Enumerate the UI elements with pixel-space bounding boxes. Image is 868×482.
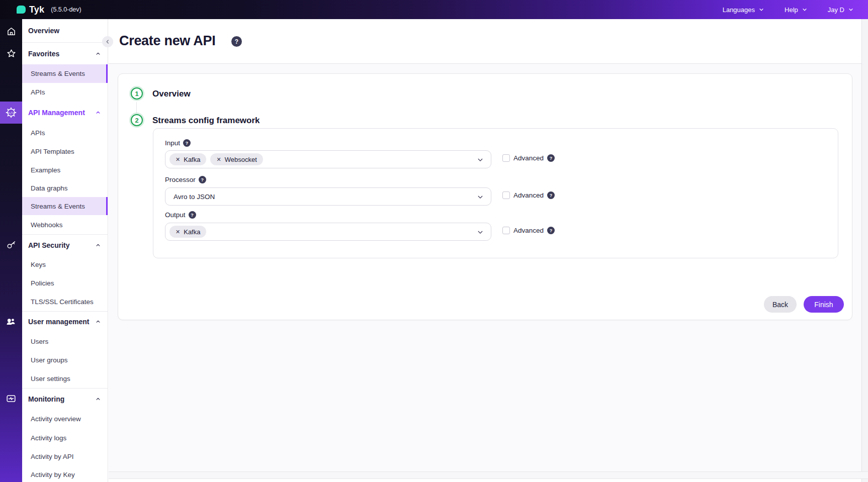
sidebar-item-label: Activity overview	[31, 415, 81, 423]
topbar-menus: Languages Help Jay D	[723, 6, 854, 14]
user-menu-label: Jay D	[828, 6, 844, 14]
sidebar-section-user-management[interactable]: User management	[22, 312, 108, 332]
remove-tag-icon[interactable]: ✕	[176, 229, 180, 235]
input-multiselect[interactable]: ✕ Kafka ✕ Websocket	[165, 150, 491, 168]
input-advanced-checkbox[interactable]	[502, 154, 510, 162]
processor-help-icon[interactable]: ?	[199, 176, 206, 183]
output-advanced-option: Advanced ?	[502, 227, 555, 234]
user-menu[interactable]: Jay D	[828, 6, 854, 14]
step-2-indicator[interactable]: 2	[131, 114, 143, 126]
sidebar-item-label: Users	[31, 338, 48, 345]
create-api-wizard-card: 1 Overview 2 Streams config framework In…	[118, 73, 852, 320]
sidebar-item-label: User settings	[31, 375, 70, 382]
sidebar-section-label: API Security	[28, 241, 69, 249]
step-1-indicator[interactable]: 1	[131, 87, 143, 100]
input-advanced-option: Advanced ?	[502, 154, 555, 162]
output-multiselect[interactable]: ✕ Kafka	[165, 223, 491, 241]
sidebar-item-label: Streams & Events	[31, 70, 85, 77]
sidebar-section-label: API Management	[28, 109, 85, 117]
scrollbar-track[interactable]	[861, 19, 868, 482]
sidebar-item-activity-by-key[interactable]: Activity by Key	[22, 465, 108, 482]
sidebar-item-apis[interactable]: APIs	[22, 124, 108, 142]
processor-advanced-help-icon[interactable]: ?	[547, 191, 555, 199]
chevron-down-icon	[477, 229, 484, 236]
advanced-label: Advanced	[513, 191, 544, 199]
version-label: (5.5.0-dev)	[51, 6, 81, 13]
chevron-up-icon	[95, 319, 101, 325]
remove-tag-icon[interactable]: ✕	[216, 157, 221, 162]
sidebar-item-label: Streams & Events	[31, 203, 85, 210]
tag-label: Websocket	[225, 156, 257, 163]
sidebar-section-label: User management	[28, 318, 89, 326]
sidebar-item-fav-streams-events[interactable]: Streams & Events	[22, 64, 108, 83]
chevron-down-icon	[848, 7, 854, 13]
sidebar-item-label: Activity by Key	[31, 471, 75, 478]
help-menu-label: Help	[785, 6, 798, 14]
sidebar-item-label: Webhooks	[31, 221, 63, 229]
processor-field-label: Processor ?	[165, 176, 206, 183]
sidebar-item-users[interactable]: Users	[22, 332, 108, 351]
sidebar-item-user-groups[interactable]: User groups	[22, 351, 108, 369]
sidebar-item-activity-logs[interactable]: Activity logs	[22, 429, 108, 447]
sidebar-item-activity-by-api[interactable]: Activity by API	[22, 447, 108, 465]
sidebar-item-label: Data graphs	[31, 184, 68, 192]
sidebar-section-api-management[interactable]: API Management	[22, 102, 108, 124]
tag-kafka: ✕ Kafka	[169, 153, 206, 165]
monitoring-activity-icon[interactable]	[0, 389, 22, 409]
remove-tag-icon[interactable]: ✕	[176, 157, 180, 162]
processor-advanced-checkbox[interactable]	[502, 191, 510, 199]
sidebar-item-policies[interactable]: Policies	[22, 274, 108, 293]
tyk-logo[interactable]: Tyk (5.5.0-dev)	[17, 5, 81, 15]
languages-menu[interactable]: Languages	[723, 6, 764, 14]
output-advanced-help-icon[interactable]: ?	[547, 227, 555, 234]
tag-kafka: ✕ Kafka	[169, 226, 206, 238]
sidebar-item-streams-events[interactable]: Streams & Events	[22, 197, 108, 215]
output-help-icon[interactable]: ?	[189, 211, 196, 219]
output-field-label: Output ?	[165, 211, 196, 219]
user-management-users-icon[interactable]	[0, 312, 22, 332]
step-2-number: 2	[135, 117, 138, 124]
sidebar-item-overview[interactable]: Overview	[22, 19, 108, 42]
chevron-left-icon	[105, 39, 111, 45]
sidebar-item-examples[interactable]: Examples	[22, 161, 108, 179]
sidebar-item-keys[interactable]: Keys	[22, 255, 108, 274]
home-icon[interactable]	[0, 21, 22, 41]
input-help-icon[interactable]: ?	[183, 139, 191, 147]
finish-button[interactable]: Finish	[804, 296, 844, 313]
advanced-label: Advanced	[513, 227, 544, 234]
step-1-number: 1	[135, 90, 138, 98]
sidebar-item-label: Overview	[28, 27, 59, 35]
input-advanced-help-icon[interactable]: ?	[547, 154, 555, 162]
sidebar-item-label: Activity by API	[31, 453, 74, 460]
sidebar-section-favorites[interactable]: Favorites	[22, 43, 108, 64]
sidebar-section-monitoring[interactable]: Monitoring	[22, 389, 108, 409]
sidebar-item-data-graphs[interactable]: Data graphs	[22, 179, 108, 197]
sidebar-item-fav-apis[interactable]: APIs	[22, 83, 108, 102]
step-2-title: Streams config framework	[152, 116, 260, 126]
help-menu[interactable]: Help	[785, 6, 808, 14]
sidebar-section-api-security[interactable]: API Security	[22, 235, 108, 255]
icon-rail: </>	[0, 19, 22, 482]
sidebar-item-label: User groups	[31, 356, 68, 364]
processor-select[interactable]: Avro to JSON	[165, 187, 491, 206]
chevron-down-icon	[802, 7, 808, 13]
tag-websocket: ✕ Websocket	[210, 153, 263, 165]
back-navigation-button[interactable]	[102, 36, 113, 47]
chevron-up-icon	[95, 51, 101, 57]
page-title-help-icon[interactable]: ?	[231, 36, 242, 47]
favorites-star-icon[interactable]	[0, 43, 22, 63]
languages-menu-label: Languages	[723, 6, 755, 14]
sidebar-item-api-templates[interactable]: API Templates	[22, 142, 108, 161]
api-security-key-icon[interactable]	[0, 235, 22, 255]
page-title: Create new API	[119, 33, 215, 49]
chevron-down-icon	[477, 194, 484, 201]
back-button[interactable]: Back	[764, 296, 797, 313]
page-header	[109, 19, 861, 64]
sidebar-item-tls-ssl-certificates[interactable]: TLS/SSL Certificates	[22, 293, 108, 311]
sidebar-item-activity-overview[interactable]: Activity overview	[22, 409, 108, 429]
api-management-gear-icon[interactable]: </>	[0, 103, 22, 123]
sidebar-item-label: Keys	[31, 261, 46, 268]
output-advanced-checkbox[interactable]	[502, 227, 510, 234]
sidebar-item-user-settings[interactable]: User settings	[22, 369, 108, 388]
sidebar-item-webhooks[interactable]: Webhooks	[22, 215, 108, 234]
